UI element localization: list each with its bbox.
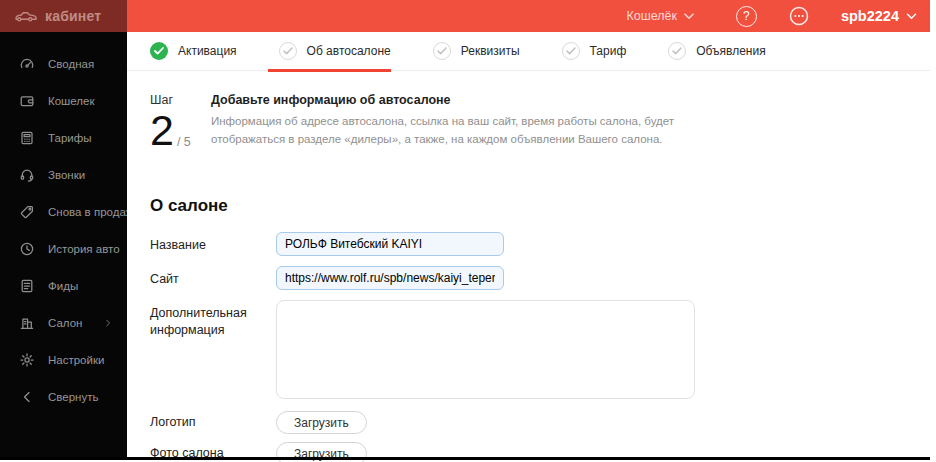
extra-info-textarea[interactable] bbox=[276, 300, 695, 399]
salon-form: Название Сайт Дополнительная информация … bbox=[150, 232, 930, 462]
chat-icon[interactable] bbox=[787, 4, 811, 28]
feed-icon bbox=[19, 278, 35, 294]
sidebar-item-salon[interactable]: Салон bbox=[0, 304, 127, 341]
wizard-description: Информация об адресе автосалона, ссылка … bbox=[211, 113, 751, 149]
step-total: / 5 bbox=[177, 135, 191, 149]
sidebar-item-tariffs[interactable]: Тарифы bbox=[0, 119, 127, 156]
check-pending-icon bbox=[433, 42, 451, 60]
wizard-steps: Активация Об автосалоне Реквизиты Тариф bbox=[127, 32, 930, 71]
help-icon[interactable]: ? bbox=[736, 6, 757, 27]
check-done-icon bbox=[150, 42, 168, 60]
extra-info-label: Дополнительная информация bbox=[150, 300, 260, 399]
chat-bubble-icon bbox=[787, 4, 811, 28]
form-row-site: Сайт bbox=[150, 266, 930, 290]
step-ads[interactable]: Объявления bbox=[668, 32, 765, 71]
section-title: О салоне bbox=[150, 196, 930, 216]
account-dropdown[interactable]: spb2224 bbox=[841, 8, 917, 24]
chevron-left-icon bbox=[19, 389, 35, 405]
sidebar-item-back-on-sale[interactable]: Снова в продаже bbox=[0, 193, 127, 230]
gauge-icon bbox=[19, 56, 35, 72]
topbar-wallet-dropdown[interactable]: Кошелёк bbox=[626, 9, 694, 23]
sidebar-item-calls[interactable]: Звонки bbox=[0, 156, 127, 193]
name-label: Название bbox=[150, 232, 276, 256]
site-label: Сайт bbox=[150, 266, 276, 290]
topbar: Кошелёк ? spb2224 bbox=[127, 0, 930, 32]
help-glyph: ? bbox=[743, 9, 750, 23]
window-bottom-edge bbox=[0, 457, 930, 460]
gear-icon bbox=[19, 352, 35, 368]
sidebar: кабинет Сводная Кошелек Тарифы bbox=[0, 0, 127, 457]
tag-icon bbox=[19, 204, 35, 220]
sidebar-item-collapse[interactable]: Свернуть bbox=[0, 378, 127, 415]
main-content: Активация Об автосалоне Реквизиты Тариф bbox=[127, 32, 930, 457]
form-row-name: Название bbox=[150, 232, 930, 256]
step-label: Активация bbox=[178, 44, 237, 58]
logo-label: Логотип bbox=[150, 414, 276, 431]
step-word: Шаг bbox=[150, 93, 211, 107]
site-input[interactable] bbox=[276, 266, 504, 290]
calculator-icon bbox=[19, 130, 35, 146]
form-row-logo: Логотип Загрузить bbox=[150, 411, 930, 434]
sidebar-item-wallet[interactable]: Кошелек bbox=[0, 82, 127, 119]
headset-icon bbox=[19, 167, 35, 183]
sidebar-item-car-history[interactable]: История авто bbox=[0, 230, 127, 267]
wallet-icon bbox=[19, 93, 35, 109]
step-label: Об автосалоне bbox=[307, 44, 391, 58]
sidebar-item-label: История авто bbox=[48, 243, 120, 255]
logo-upload-button[interactable]: Загрузить bbox=[276, 411, 367, 434]
app-logo[interactable]: кабинет bbox=[0, 0, 127, 32]
chevron-right-icon bbox=[103, 318, 113, 328]
clock-icon bbox=[19, 241, 35, 257]
topbar-wallet-label: Кошелёк bbox=[626, 9, 677, 23]
sidebar-item-label: Фиды bbox=[48, 280, 78, 292]
sidebar-item-label: Свернуть bbox=[48, 391, 98, 403]
sidebar-item-summary[interactable]: Сводная bbox=[0, 45, 127, 82]
step-label: Объявления bbox=[696, 44, 765, 58]
sidebar-item-feeds[interactable]: Фиды bbox=[0, 267, 127, 304]
form-row-extra-info: Дополнительная информация bbox=[150, 300, 930, 399]
name-input[interactable] bbox=[276, 232, 504, 256]
app-logo-label: кабинет bbox=[45, 8, 101, 24]
step-tariff[interactable]: Тариф bbox=[562, 32, 627, 71]
step-label: Реквизиты bbox=[461, 44, 520, 58]
step-label: Тариф bbox=[590, 44, 627, 58]
sidebar-item-label: Сводная bbox=[48, 58, 94, 70]
sidebar-item-label: Звонки bbox=[48, 169, 85, 181]
wizard-title: Добавьте информацию об автосалоне bbox=[211, 93, 751, 107]
check-pending-icon bbox=[279, 42, 297, 60]
step-number: 2 bbox=[150, 109, 174, 152]
chevron-down-icon bbox=[684, 13, 694, 20]
account-label: spb2224 bbox=[841, 8, 899, 24]
chevron-down-icon bbox=[906, 13, 917, 20]
wizard-header: Шаг 2 / 5 Добавьте информацию об автосал… bbox=[127, 71, 930, 152]
sidebar-nav: Сводная Кошелек Тарифы Звонки bbox=[0, 32, 127, 415]
car-icon bbox=[14, 9, 38, 23]
sidebar-item-label: Тарифы bbox=[48, 132, 91, 144]
step-activation[interactable]: Активация bbox=[150, 32, 237, 71]
sidebar-item-label: Настройки bbox=[48, 354, 104, 366]
sidebar-item-label: Салон bbox=[48, 317, 82, 329]
check-pending-icon bbox=[668, 42, 686, 60]
building-icon bbox=[19, 315, 35, 331]
sidebar-item-label: Кошелек bbox=[48, 95, 94, 107]
sidebar-item-settings[interactable]: Настройки bbox=[0, 341, 127, 378]
step-about-salon[interactable]: Об автосалоне bbox=[279, 32, 391, 71]
check-pending-icon bbox=[562, 42, 580, 60]
app-window: кабинет Сводная Кошелек Тарифы bbox=[0, 0, 930, 457]
step-requisites[interactable]: Реквизиты bbox=[433, 32, 520, 71]
